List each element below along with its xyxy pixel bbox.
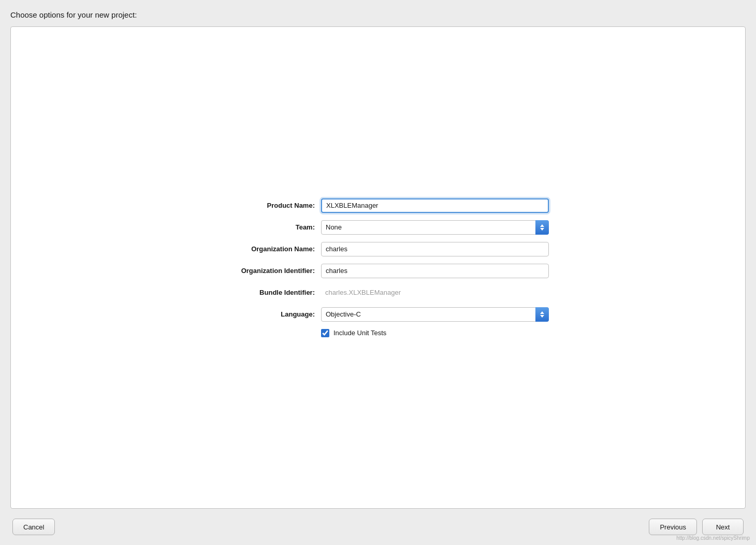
- product-name-label: Product Name:: [207, 202, 321, 209]
- bundle-id-label: Bundle Identifier:: [207, 289, 321, 296]
- next-button[interactable]: Next: [702, 519, 744, 535]
- bundle-id-row: Bundle Identifier: charles.XLXBLEManager: [207, 285, 549, 300]
- language-select-wrapper: Swift Objective-C: [321, 307, 549, 322]
- org-id-row: Organization Identifier:: [207, 264, 549, 278]
- bottom-right: Previous Next: [649, 519, 744, 535]
- unit-tests-label: Include Unit Tests: [333, 329, 386, 337]
- org-id-input[interactable]: [321, 264, 549, 278]
- language-row: Language: Swift Objective-C: [207, 307, 549, 322]
- product-name-input[interactable]: [321, 198, 549, 213]
- language-label: Language:: [207, 310, 321, 318]
- unit-tests-checkbox[interactable]: [321, 329, 329, 337]
- org-id-label: Organization Identifier:: [207, 267, 321, 275]
- team-select-wrapper: None Add account...: [321, 220, 549, 235]
- bundle-id-value: charles.XLXBLEManager: [321, 285, 549, 300]
- unit-tests-checkbox-wrapper[interactable]: Include Unit Tests: [321, 329, 386, 337]
- product-name-row: Product Name:: [207, 198, 549, 213]
- team-label: Team:: [207, 223, 321, 231]
- bottom-bar: Cancel Previous Next: [10, 509, 746, 545]
- team-row: Team: None Add account...: [207, 220, 549, 235]
- language-select[interactable]: Swift Objective-C: [321, 307, 549, 322]
- org-name-row: Organization Name:: [207, 242, 549, 256]
- cancel-button[interactable]: Cancel: [12, 519, 55, 535]
- bottom-left: Cancel: [12, 519, 55, 535]
- main-panel: Product Name: Team: None Add account... …: [10, 26, 746, 509]
- form-area: Product Name: Team: None Add account... …: [197, 178, 559, 358]
- org-name-input[interactable]: [321, 242, 549, 256]
- page-title: Choose options for your new project:: [10, 10, 746, 19]
- team-select[interactable]: None Add account...: [321, 220, 549, 235]
- unit-tests-row: Include Unit Tests: [207, 329, 549, 337]
- watermark-text: http://blog.csdn.net/spicyShrimp: [676, 535, 750, 541]
- org-name-label: Organization Name:: [207, 245, 321, 253]
- previous-button[interactable]: Previous: [649, 519, 697, 535]
